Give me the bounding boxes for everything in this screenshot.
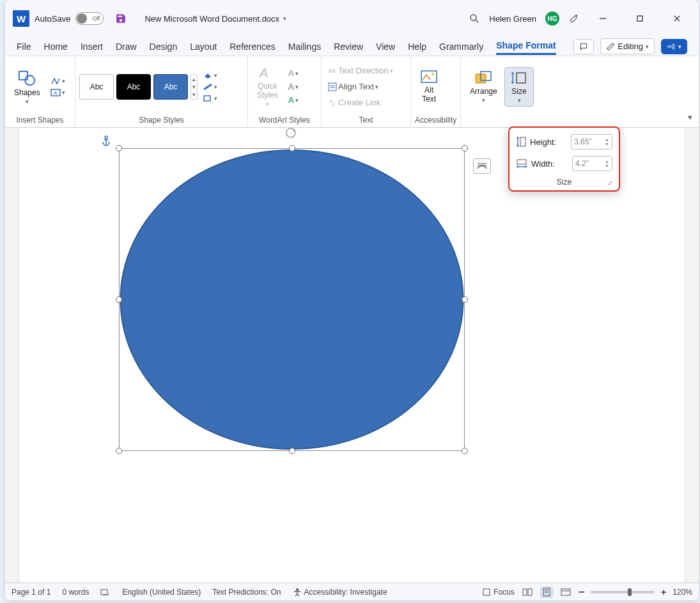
language-indicator[interactable]: English (United States) <box>122 588 201 597</box>
share-button[interactable]: ▾ <box>661 39 687 54</box>
tab-draw[interactable]: Draw <box>116 39 137 54</box>
svg-rect-10 <box>204 96 210 101</box>
page-indicator[interactable]: Page 1 of 1 <box>12 588 51 597</box>
document-title[interactable]: New Microsoft Word Document.docx ▾ <box>144 14 286 24</box>
read-mode-button[interactable] <box>521 586 534 598</box>
height-input[interactable]: ▲▼ <box>571 134 612 149</box>
selected-shape[interactable] <box>119 148 465 451</box>
comments-button[interactable] <box>573 39 594 54</box>
toggle-track[interactable]: Off <box>75 12 104 25</box>
text-predictions[interactable]: Text Predictions: On <box>212 588 281 597</box>
tab-insert[interactable]: Insert <box>81 39 103 54</box>
tab-review[interactable]: Review <box>334 39 363 54</box>
spellcheck-icon[interactable] <box>100 588 111 597</box>
resize-handle-nw[interactable] <box>116 145 122 151</box>
resize-handle-w[interactable] <box>116 296 122 303</box>
text-box-button[interactable]: A▾ <box>48 88 68 98</box>
arrange-button[interactable]: Arrange ▾ <box>465 68 502 106</box>
zoom-slider[interactable] <box>591 591 655 593</box>
layout-options-button[interactable] <box>473 158 491 174</box>
tab-shape-format[interactable]: Shape Format <box>496 38 556 55</box>
wordart-icon: A <box>258 66 276 81</box>
zoom-out-button[interactable]: − <box>579 586 584 598</box>
width-spinner[interactable]: ▲▼ <box>605 159 609 168</box>
document-name: New Microsoft Word Document.docx <box>144 14 279 24</box>
status-bar: Page 1 of 1 0 words English (United Stat… <box>5 583 699 600</box>
user-avatar[interactable]: HG <box>545 11 559 26</box>
toggle-knob <box>77 13 87 24</box>
shapes-icon <box>17 69 36 87</box>
shape-style-3[interactable]: Abc <box>153 74 188 100</box>
resize-handle-se[interactable] <box>462 448 468 454</box>
align-text-button[interactable]: Align Text▾ <box>325 80 396 93</box>
size-dialog-launcher[interactable]: ⤢ <box>607 179 612 187</box>
edit-shape-button[interactable]: ▾ <box>48 76 68 86</box>
focus-icon <box>482 588 491 597</box>
style-gallery-more[interactable]: ▴▾▾ <box>191 74 198 100</box>
shape-fill-button[interactable]: ▾ <box>200 70 220 80</box>
print-layout-button[interactable] <box>540 586 553 598</box>
word-count[interactable]: 0 words <box>62 588 89 597</box>
create-link-button: Create Link <box>325 96 396 109</box>
tab-design[interactable]: Design <box>150 39 178 54</box>
alt-text-button[interactable]: Alt Text <box>415 67 443 105</box>
tab-mailings[interactable]: Mailings <box>288 39 321 54</box>
height-field[interactable] <box>574 137 605 146</box>
rotate-handle[interactable] <box>281 128 300 139</box>
search-button[interactable] <box>469 13 480 24</box>
resize-handle-n[interactable] <box>289 145 295 151</box>
zoom-thumb[interactable] <box>628 588 632 596</box>
shape-outline-button[interactable]: ▾ <box>200 82 220 92</box>
size-button[interactable]: Size ▾ <box>504 67 534 107</box>
collapse-ribbon-button[interactable]: ▾ <box>688 112 692 122</box>
quick-styles-button[interactable]: A Quick Styles▾ <box>252 63 283 109</box>
resize-handle-sw[interactable] <box>116 448 122 454</box>
tab-references[interactable]: References <box>229 39 276 54</box>
tab-file[interactable]: File <box>17 39 31 54</box>
resize-handle-ne[interactable] <box>462 145 468 151</box>
size-footer: Size ⤢ <box>516 178 612 187</box>
height-spinner[interactable]: ▲▼ <box>605 137 609 146</box>
selection-border <box>119 148 465 451</box>
editing-label: Editing <box>618 42 643 51</box>
zoom-level[interactable]: 120% <box>673 588 692 597</box>
width-input[interactable]: ▲▼ <box>572 156 612 171</box>
resize-handle-s[interactable] <box>289 448 295 454</box>
width-row: Width: ▲▼ <box>516 156 612 171</box>
tab-layout[interactable]: Layout <box>190 39 217 54</box>
zoom-in-button[interactable]: + <box>661 587 666 597</box>
group-label <box>465 114 497 126</box>
shape-effects-button[interactable]: ▾ <box>200 93 220 103</box>
resize-handle-e[interactable] <box>462 296 468 303</box>
svg-point-0 <box>471 15 476 20</box>
accessibility-status[interactable]: Accessibility: Investigate <box>293 588 387 597</box>
svg-line-1 <box>476 20 479 22</box>
save-button[interactable] <box>115 13 127 24</box>
width-field[interactable] <box>575 159 605 168</box>
shape-style-1[interactable]: Abc <box>79 74 114 100</box>
editing-mode-button[interactable]: Editing ▾ <box>600 38 655 54</box>
shapes-gallery-button[interactable]: Shapes ▾ <box>9 66 45 107</box>
focus-button[interactable]: Focus <box>482 588 515 597</box>
group-label: Accessibility <box>415 114 456 126</box>
web-layout-button[interactable] <box>559 586 572 598</box>
svg-rect-6 <box>19 71 27 79</box>
height-row: Height: ▲▼ <box>516 134 612 149</box>
group-text: IIA Text Direction▾ Align Text▾ Create L… <box>322 56 411 127</box>
close-icon <box>673 15 681 22</box>
tab-grammarly[interactable]: Grammarly <box>439 39 483 54</box>
shape-style-2[interactable]: Abc <box>116 74 151 100</box>
sparkle-button[interactable] <box>568 13 580 24</box>
quick-styles-label: Quick Styles <box>257 82 278 99</box>
close-button[interactable] <box>663 6 691 31</box>
svg-rect-21 <box>517 73 525 83</box>
document-canvas[interactable] <box>5 128 699 583</box>
tab-help[interactable]: Help <box>408 39 426 54</box>
maximize-button[interactable] <box>626 6 654 31</box>
autosave-toggle[interactable]: AutoSave Off <box>35 12 104 25</box>
tab-view[interactable]: View <box>376 39 395 54</box>
maximize-icon <box>636 15 644 22</box>
group-accessibility: Alt Text Accessibility <box>411 56 461 127</box>
minimize-button[interactable] <box>589 6 617 31</box>
tab-home[interactable]: Home <box>44 39 68 54</box>
